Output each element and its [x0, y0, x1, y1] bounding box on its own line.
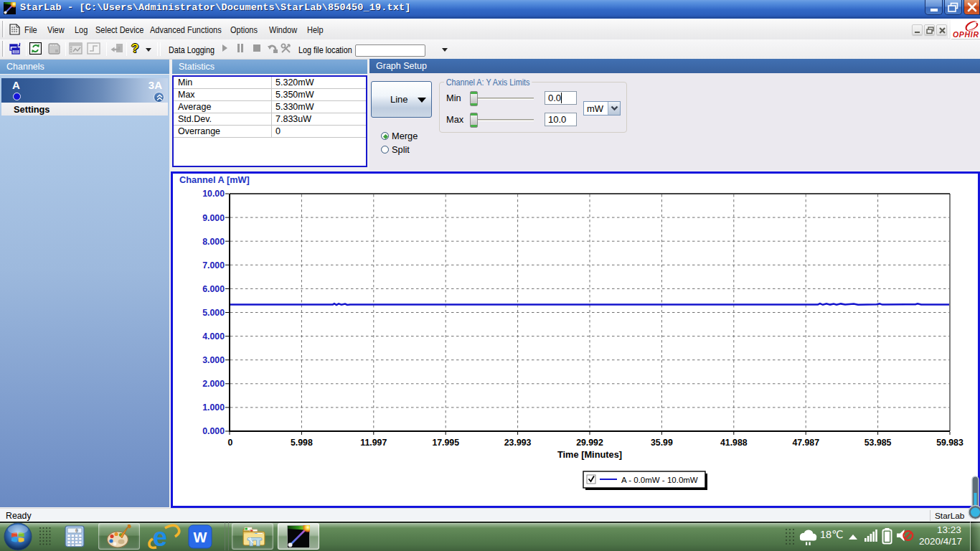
svg-text:9.000: 9.000 — [202, 213, 225, 223]
svg-text:8.000: 8.000 — [202, 237, 225, 247]
svg-text:A - 0.0mW - 10.0mW: A - 0.0mW - 10.0mW — [621, 476, 698, 484]
svg-text:5.998: 5.998 — [291, 438, 313, 448]
svg-text:e: e — [153, 523, 167, 550]
svg-text:5.000: 5.000 — [202, 308, 225, 318]
svg-text:0.000: 0.000 — [202, 426, 225, 436]
svg-text:0: 0 — [228, 438, 233, 448]
svg-text:W: W — [194, 529, 207, 545]
svg-text:23.993: 23.993 — [504, 438, 532, 448]
svg-text:2.000: 2.000 — [202, 379, 225, 389]
svg-text:7.000: 7.000 — [202, 260, 225, 270]
svg-text:17.995: 17.995 — [432, 438, 459, 448]
svg-text:35.99: 35.99 — [651, 438, 673, 448]
svg-text:Time [Minutes]: Time [Minutes] — [557, 449, 622, 460]
svg-text:47.987: 47.987 — [792, 438, 819, 448]
svg-text:0: 0 — [75, 529, 78, 534]
svg-text:53.985: 53.985 — [864, 438, 892, 448]
svg-text:4.000: 4.000 — [202, 331, 225, 342]
svg-text:6.000: 6.000 — [202, 284, 225, 294]
svg-text:11.997: 11.997 — [360, 438, 387, 448]
svg-text:59.983: 59.983 — [936, 438, 963, 448]
svg-text:Channel A [mW]: Channel A [mW] — [179, 174, 250, 185]
svg-text:3.000: 3.000 — [202, 355, 225, 365]
svg-text:10.00: 10.00 — [202, 189, 225, 199]
svg-text:41.988: 41.988 — [720, 438, 748, 448]
svg-text:1.000: 1.000 — [202, 402, 225, 413]
svg-text:OPHIR: OPHIR — [953, 30, 979, 39]
svg-text:29.992: 29.992 — [576, 438, 603, 448]
